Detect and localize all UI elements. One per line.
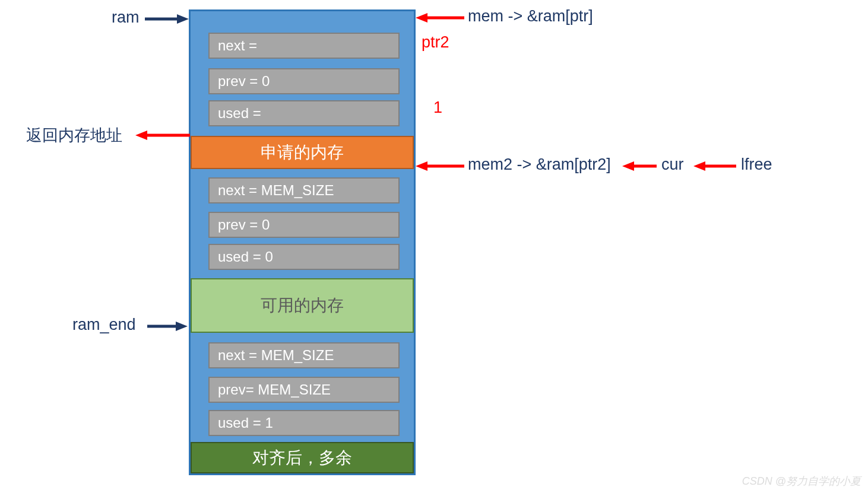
watermark: CSDN @努力自学的小夏 — [742, 474, 861, 488]
memory-column: next = prev = 0 used = 申请的内存 next = MEM_… — [189, 9, 416, 475]
return-addr-label: 返回内存地址 — [26, 125, 122, 146]
arrow-ram-end — [147, 320, 188, 332]
ram-label: ram — [112, 8, 140, 27]
mem-label: mem -> &ram[ptr] — [468, 7, 593, 26]
b2-next-field: next = MEM_SIZE — [208, 177, 400, 203]
b3-next-field: next = MEM_SIZE — [208, 342, 400, 368]
svg-marker-5 — [135, 131, 147, 140]
svg-marker-11 — [622, 161, 634, 171]
b2-used-field: used = 0 — [208, 244, 400, 270]
arrow-cur — [622, 160, 657, 172]
b2-banner-free: 可用的内存 — [191, 278, 414, 333]
b3-used-field: used = 1 — [208, 410, 400, 436]
one-label: 1 — [433, 98, 442, 117]
ptr2-label: ptr2 — [422, 33, 449, 52]
b1-prev-field: prev = 0 — [208, 68, 400, 94]
cur-label: cur — [661, 155, 684, 174]
mem2-label: mem2 -> &ram[ptr2] — [468, 155, 611, 174]
arrow-mem — [416, 12, 464, 24]
arrow-return-addr — [135, 129, 190, 141]
ram-end-label: ram_end — [72, 316, 136, 334]
b2-prev-field: prev = 0 — [208, 212, 400, 238]
lfree-label: lfree — [741, 155, 772, 174]
b3-prev-field: prev= MEM_SIZE — [208, 377, 400, 403]
arrow-lfree — [693, 160, 736, 172]
arrow-mem2 — [416, 160, 464, 172]
b1-banner-allocated: 申请的内存 — [191, 136, 414, 169]
svg-marker-3 — [176, 322, 188, 331]
b1-next-field: next = — [208, 33, 400, 59]
svg-marker-7 — [416, 13, 427, 23]
arrow-ram — [145, 13, 189, 25]
svg-marker-1 — [177, 14, 189, 24]
b3-banner-padding: 对齐后，多余 — [191, 442, 414, 473]
b1-used-field: used = — [208, 100, 400, 126]
svg-marker-9 — [416, 161, 427, 171]
svg-marker-13 — [693, 161, 705, 171]
